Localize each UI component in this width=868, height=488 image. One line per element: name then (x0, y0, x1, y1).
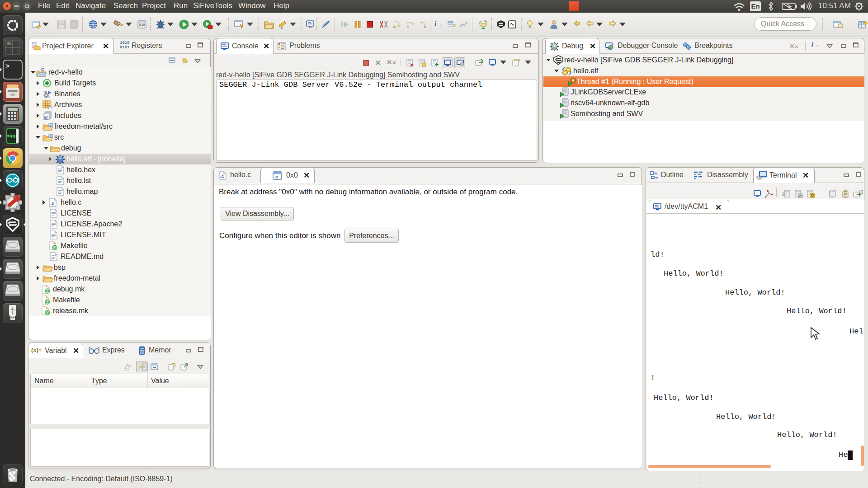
svg-text:101: 101 (124, 368, 129, 371)
svg-text:c: c (50, 124, 52, 127)
svg-text:.c: .c (50, 201, 54, 206)
svg-text:c: c (50, 135, 52, 138)
svg-text:.c: .c (220, 174, 224, 179)
svg-text:x=: x= (90, 352, 93, 355)
svg-text:1: 1 (48, 95, 50, 99)
svg-text:C: C (41, 67, 44, 72)
svg-text:h: h (45, 116, 47, 120)
svg-text:c: c (275, 174, 278, 179)
svg-text:010: 010 (139, 23, 146, 27)
